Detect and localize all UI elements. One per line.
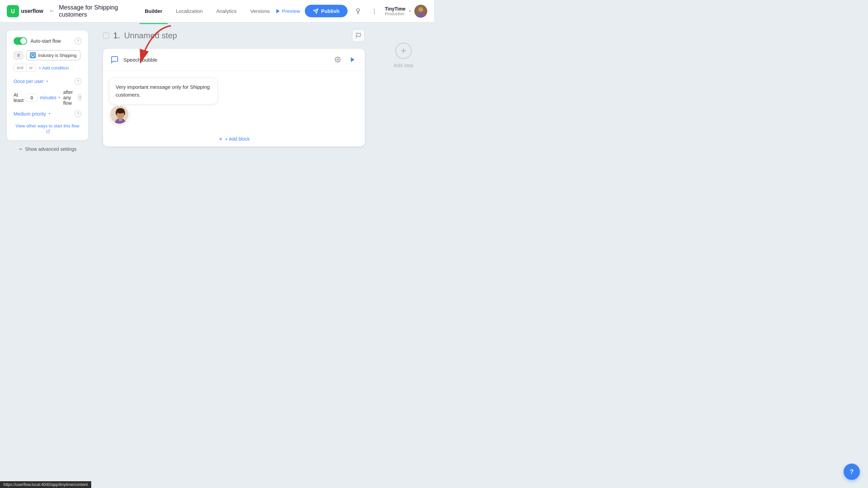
frequency-label-text: Once per user (14, 79, 44, 84)
more-options-button[interactable] (369, 5, 380, 17)
autostart-help-icon[interactable]: ? (75, 38, 81, 44)
add-block-button[interactable]: + Add block (103, 131, 365, 146)
if-badge[interactable]: If (14, 51, 23, 60)
priority-help-icon[interactable]: ? (75, 110, 81, 117)
view-other-label: View other ways to start this flow (16, 123, 79, 128)
svg-marker-2 (276, 9, 280, 13)
left-panel: Auto-start flow ? If Industry is Shippin… (0, 22, 95, 244)
step-flag-button[interactable] (352, 29, 365, 42)
speech-bubble-content[interactable]: Very important message only for Shipping… (109, 78, 218, 104)
svg-point-10 (418, 7, 423, 12)
header: U userflow ← Message for Shipping custom… (0, 0, 434, 22)
avatar (414, 5, 427, 18)
add-step-label: Add step (393, 62, 413, 68)
svg-point-6 (374, 8, 375, 9)
show-advanced-button[interactable]: Show advanced settings (7, 146, 88, 152)
header-right: Preview Publish TinyTime Production (275, 5, 427, 18)
main-content: Auto-start flow ? If Industry is Shippin… (0, 22, 434, 244)
step-number: 1. (113, 31, 120, 40)
external-link-icon (46, 129, 50, 134)
step-header: 1. Unnamed step (103, 29, 365, 42)
step-title: Unnamed step (124, 31, 177, 40)
add-step-circle (395, 43, 412, 59)
after-label: after any flow (63, 89, 76, 106)
logo: U userflow (7, 5, 43, 17)
lightbulb-button[interactable] (352, 5, 364, 17)
priority-dropdown[interactable]: Medium priority (14, 111, 52, 117)
step-card-header: Speech bubble (103, 49, 365, 71)
chevron-down-icon (408, 9, 412, 14)
settings-button[interactable] (332, 54, 343, 65)
industry-chip-icon (30, 52, 36, 58)
preview-label: Preview (282, 8, 300, 14)
add-condition-label: + Add condition (39, 65, 69, 70)
autostart-header: Auto-start flow ? (14, 37, 81, 45)
svg-point-16 (337, 59, 339, 61)
speech-label: Speech bubble (123, 57, 329, 63)
priority-row: Medium priority ? (14, 110, 81, 117)
back-button[interactable]: ← (49, 7, 55, 15)
plus-icon (218, 137, 223, 141)
frequency-help-icon[interactable]: ? (75, 78, 81, 85)
svg-point-8 (374, 13, 375, 14)
svg-point-5 (357, 8, 359, 11)
atleast-input[interactable] (26, 94, 38, 102)
step-checkbox[interactable] (103, 33, 109, 39)
user-section[interactable]: TinyTime Production (385, 5, 427, 18)
condition-text: Industry is Shipping (38, 53, 76, 58)
svg-line-13 (48, 130, 50, 132)
chevron-down-icon (18, 147, 23, 151)
and-button[interactable]: and (14, 64, 26, 72)
minutes-label: minutes (40, 95, 57, 100)
tab-versions[interactable]: Versions (245, 5, 275, 17)
message-text: Very important message only for Shipping… (116, 84, 210, 98)
nav-tabs: Builder Localization Analytics Versions (139, 5, 275, 17)
and-or-group: and or (14, 64, 36, 72)
right-panel: Add step (373, 22, 434, 244)
frequency-row: Once per user ? (14, 78, 81, 85)
flag-icon (355, 33, 361, 39)
frequency-dropdown[interactable]: Once per user (14, 79, 49, 84)
atleast-label: At least (14, 92, 24, 103)
svg-marker-17 (351, 57, 355, 62)
add-condition-row: and or + Add condition (14, 64, 81, 72)
publish-button[interactable]: Publish (305, 5, 348, 17)
svg-text:U: U (11, 8, 15, 14)
view-other-link[interactable]: View other ways to start this flow (14, 123, 81, 134)
condition-row: If Industry is Shipping (14, 50, 81, 60)
priority-chevron-icon (47, 112, 52, 116)
autostart-left: Auto-start flow (14, 37, 61, 45)
user-env: Production (385, 12, 406, 16)
publish-label: Publish (321, 8, 339, 14)
autostart-toggle[interactable] (14, 37, 27, 45)
tab-builder[interactable]: Builder (139, 5, 168, 17)
autostart-card: Auto-start flow ? If Industry is Shippin… (7, 30, 88, 140)
frequency-chevron-icon (45, 79, 49, 83)
tab-analytics[interactable]: Analytics (211, 5, 242, 17)
minutes-chevron-icon (57, 96, 61, 100)
svg-point-21 (116, 108, 124, 114)
autostart-label: Auto-start flow (31, 38, 61, 44)
minutes-dropdown[interactable]: minutes (40, 95, 61, 100)
tab-localization[interactable]: Localization (171, 5, 208, 17)
step-card: Speech bubble Very important message onl… (103, 49, 365, 146)
add-step-button[interactable]: Add step (393, 43, 413, 68)
speech-bubble-icon (109, 54, 120, 65)
center-panel: 1. Unnamed step Speech bubble (95, 22, 373, 244)
atleast-help-icon[interactable]: ? (78, 94, 81, 101)
svg-rect-12 (31, 54, 35, 56)
preview-button[interactable]: Preview (275, 8, 300, 14)
svg-point-7 (374, 11, 375, 12)
user-name: TinyTime (385, 6, 406, 12)
flow-title: Message for Shipping customers (59, 4, 129, 18)
condition-chip[interactable]: Industry is Shipping (26, 50, 80, 60)
avatar-circle (109, 104, 130, 125)
play-button[interactable] (347, 54, 359, 66)
logo-text: userflow (21, 8, 43, 14)
show-advanced-label: Show advanced settings (25, 146, 77, 152)
add-condition-button[interactable]: + Add condition (39, 65, 69, 70)
plus-large-icon (399, 47, 408, 55)
add-block-label: + Add block (225, 136, 250, 142)
priority-label-text: Medium priority (14, 111, 46, 117)
or-button[interactable]: or (26, 64, 36, 72)
